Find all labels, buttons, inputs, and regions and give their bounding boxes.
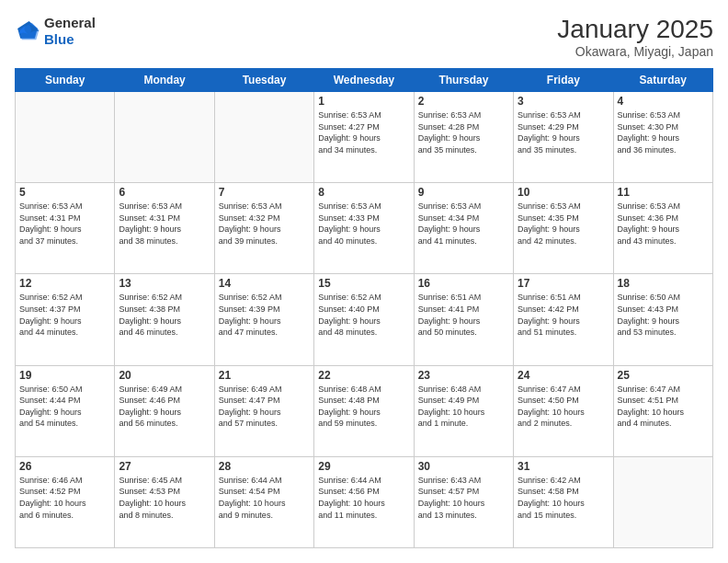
day-detail: Sunrise: 6:51 AM Sunset: 4:41 PM Dayligh… bbox=[418, 292, 509, 338]
calendar-cell: 7Sunrise: 6:53 AM Sunset: 4:32 PM Daylig… bbox=[214, 183, 313, 274]
calendar-cell: 16Sunrise: 6:51 AM Sunset: 4:41 PM Dayli… bbox=[414, 274, 513, 365]
day-detail: Sunrise: 6:47 AM Sunset: 4:50 PM Dayligh… bbox=[518, 384, 609, 430]
header-sunday: Sunday bbox=[16, 69, 115, 92]
calendar-cell: 22Sunrise: 6:48 AM Sunset: 4:48 PM Dayli… bbox=[314, 365, 414, 456]
calendar-cell: 30Sunrise: 6:43 AM Sunset: 4:57 PM Dayli… bbox=[414, 456, 513, 547]
calendar-cell: 15Sunrise: 6:52 AM Sunset: 4:40 PM Dayli… bbox=[314, 274, 414, 365]
page: General Blue January 2025 Okawara, Miyag… bbox=[0, 0, 728, 563]
day-detail: Sunrise: 6:53 AM Sunset: 4:36 PM Dayligh… bbox=[618, 201, 709, 247]
calendar-subtitle: Okawara, Miyagi, Japan bbox=[557, 44, 713, 59]
calendar-cell: 9Sunrise: 6:53 AM Sunset: 4:34 PM Daylig… bbox=[414, 183, 513, 274]
calendar-cell: 25Sunrise: 6:47 AM Sunset: 4:51 PM Dayli… bbox=[613, 365, 712, 456]
calendar-title: January 2025 bbox=[557, 15, 713, 44]
day-number: 11 bbox=[618, 186, 709, 199]
day-number: 29 bbox=[318, 460, 409, 473]
day-number: 10 bbox=[518, 186, 609, 199]
day-number: 27 bbox=[119, 460, 210, 473]
day-number: 14 bbox=[219, 277, 310, 290]
day-detail: Sunrise: 6:53 AM Sunset: 4:28 PM Dayligh… bbox=[418, 109, 509, 155]
calendar-cell bbox=[214, 92, 313, 183]
day-number: 13 bbox=[119, 277, 210, 290]
calendar-cell: 27Sunrise: 6:45 AM Sunset: 4:53 PM Dayli… bbox=[115, 456, 214, 547]
calendar-cell: 17Sunrise: 6:51 AM Sunset: 4:42 PM Dayli… bbox=[514, 274, 613, 365]
day-detail: Sunrise: 6:42 AM Sunset: 4:58 PM Dayligh… bbox=[518, 475, 609, 521]
day-number: 20 bbox=[119, 369, 210, 382]
calendar-cell: 3Sunrise: 6:53 AM Sunset: 4:29 PM Daylig… bbox=[514, 92, 613, 183]
day-number: 23 bbox=[418, 369, 509, 382]
day-number: 3 bbox=[518, 95, 609, 108]
day-detail: Sunrise: 6:52 AM Sunset: 4:39 PM Dayligh… bbox=[219, 292, 310, 338]
day-number: 18 bbox=[618, 277, 709, 290]
day-detail: Sunrise: 6:53 AM Sunset: 4:30 PM Dayligh… bbox=[618, 109, 709, 155]
logo: General Blue bbox=[15, 15, 96, 48]
day-number: 19 bbox=[19, 369, 110, 382]
calendar-cell: 24Sunrise: 6:47 AM Sunset: 4:50 PM Dayli… bbox=[514, 365, 613, 456]
day-number: 7 bbox=[219, 186, 310, 199]
day-number: 4 bbox=[618, 95, 709, 108]
day-detail: Sunrise: 6:49 AM Sunset: 4:47 PM Dayligh… bbox=[219, 384, 310, 430]
calendar-cell: 29Sunrise: 6:44 AM Sunset: 4:56 PM Dayli… bbox=[314, 456, 414, 547]
week-row-1: 5Sunrise: 6:53 AM Sunset: 4:31 PM Daylig… bbox=[16, 183, 713, 274]
day-detail: Sunrise: 6:44 AM Sunset: 4:54 PM Dayligh… bbox=[219, 475, 310, 521]
calendar-cell: 14Sunrise: 6:52 AM Sunset: 4:39 PM Dayli… bbox=[214, 274, 313, 365]
days-header-row: Sunday Monday Tuesday Wednesday Thursday… bbox=[16, 69, 713, 92]
day-number: 9 bbox=[418, 186, 509, 199]
day-number: 31 bbox=[518, 460, 609, 473]
day-number: 12 bbox=[19, 277, 110, 290]
day-number: 22 bbox=[318, 369, 409, 382]
day-detail: Sunrise: 6:50 AM Sunset: 4:44 PM Dayligh… bbox=[19, 384, 110, 430]
calendar-cell: 18Sunrise: 6:50 AM Sunset: 4:43 PM Dayli… bbox=[613, 274, 712, 365]
day-detail: Sunrise: 6:53 AM Sunset: 4:35 PM Dayligh… bbox=[518, 201, 609, 247]
week-row-3: 19Sunrise: 6:50 AM Sunset: 4:44 PM Dayli… bbox=[16, 365, 713, 456]
day-detail: Sunrise: 6:53 AM Sunset: 4:31 PM Dayligh… bbox=[19, 201, 110, 247]
calendar-cell: 19Sunrise: 6:50 AM Sunset: 4:44 PM Dayli… bbox=[16, 365, 115, 456]
day-detail: Sunrise: 6:45 AM Sunset: 4:53 PM Dayligh… bbox=[119, 475, 210, 521]
calendar-cell: 10Sunrise: 6:53 AM Sunset: 4:35 PM Dayli… bbox=[514, 183, 613, 274]
day-detail: Sunrise: 6:53 AM Sunset: 4:34 PM Dayligh… bbox=[418, 201, 509, 247]
calendar-cell: 21Sunrise: 6:49 AM Sunset: 4:47 PM Dayli… bbox=[214, 365, 313, 456]
calendar-cell: 12Sunrise: 6:52 AM Sunset: 4:37 PM Dayli… bbox=[16, 274, 115, 365]
day-number: 24 bbox=[518, 369, 609, 382]
day-detail: Sunrise: 6:52 AM Sunset: 4:38 PM Dayligh… bbox=[119, 292, 210, 338]
calendar-cell: 20Sunrise: 6:49 AM Sunset: 4:46 PM Dayli… bbox=[115, 365, 214, 456]
day-number: 21 bbox=[219, 369, 310, 382]
calendar-cell: 5Sunrise: 6:53 AM Sunset: 4:31 PM Daylig… bbox=[16, 183, 115, 274]
day-detail: Sunrise: 6:52 AM Sunset: 4:37 PM Dayligh… bbox=[19, 292, 110, 338]
calendar-cell: 11Sunrise: 6:53 AM Sunset: 4:36 PM Dayli… bbox=[613, 183, 712, 274]
header-monday: Monday bbox=[115, 69, 214, 92]
week-row-4: 26Sunrise: 6:46 AM Sunset: 4:52 PM Dayli… bbox=[16, 456, 713, 547]
day-number: 25 bbox=[618, 369, 709, 382]
day-detail: Sunrise: 6:53 AM Sunset: 4:31 PM Dayligh… bbox=[119, 201, 210, 247]
day-number: 8 bbox=[318, 186, 409, 199]
day-detail: Sunrise: 6:44 AM Sunset: 4:56 PM Dayligh… bbox=[318, 475, 409, 521]
week-row-2: 12Sunrise: 6:52 AM Sunset: 4:37 PM Dayli… bbox=[16, 274, 713, 365]
day-number: 16 bbox=[418, 277, 509, 290]
day-detail: Sunrise: 6:47 AM Sunset: 4:51 PM Dayligh… bbox=[618, 384, 709, 430]
calendar-cell: 6Sunrise: 6:53 AM Sunset: 4:31 PM Daylig… bbox=[115, 183, 214, 274]
calendar-cell: 4Sunrise: 6:53 AM Sunset: 4:30 PM Daylig… bbox=[613, 92, 712, 183]
day-detail: Sunrise: 6:46 AM Sunset: 4:52 PM Dayligh… bbox=[19, 475, 110, 521]
week-row-0: 1Sunrise: 6:53 AM Sunset: 4:27 PM Daylig… bbox=[16, 92, 713, 183]
header-thursday: Thursday bbox=[414, 69, 513, 92]
calendar-cell: 2Sunrise: 6:53 AM Sunset: 4:28 PM Daylig… bbox=[414, 92, 513, 183]
day-number: 1 bbox=[318, 95, 409, 108]
day-detail: Sunrise: 6:53 AM Sunset: 4:27 PM Dayligh… bbox=[318, 109, 409, 155]
day-detail: Sunrise: 6:49 AM Sunset: 4:46 PM Dayligh… bbox=[119, 384, 210, 430]
calendar-cell: 31Sunrise: 6:42 AM Sunset: 4:58 PM Dayli… bbox=[514, 456, 613, 547]
calendar-table: Sunday Monday Tuesday Wednesday Thursday… bbox=[15, 68, 713, 548]
day-detail: Sunrise: 6:51 AM Sunset: 4:42 PM Dayligh… bbox=[518, 292, 609, 338]
title-block: January 2025 Okawara, Miyagi, Japan bbox=[557, 15, 713, 59]
day-detail: Sunrise: 6:48 AM Sunset: 4:49 PM Dayligh… bbox=[418, 384, 509, 430]
day-number: 30 bbox=[418, 460, 509, 473]
day-detail: Sunrise: 6:53 AM Sunset: 4:33 PM Dayligh… bbox=[318, 201, 409, 247]
day-number: 28 bbox=[219, 460, 310, 473]
day-detail: Sunrise: 6:50 AM Sunset: 4:43 PM Dayligh… bbox=[618, 292, 709, 338]
logo-blue: Blue bbox=[44, 31, 96, 48]
calendar-cell: 28Sunrise: 6:44 AM Sunset: 4:54 PM Dayli… bbox=[214, 456, 313, 547]
day-detail: Sunrise: 6:43 AM Sunset: 4:57 PM Dayligh… bbox=[418, 475, 509, 521]
header-friday: Friday bbox=[514, 69, 613, 92]
header-wednesday: Wednesday bbox=[314, 69, 414, 92]
header-saturday: Saturday bbox=[613, 69, 712, 92]
day-number: 5 bbox=[19, 186, 110, 199]
day-number: 15 bbox=[318, 277, 409, 290]
